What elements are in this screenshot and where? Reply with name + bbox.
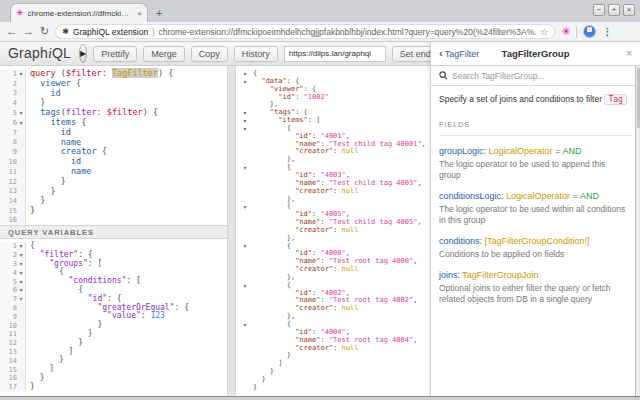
fold-arrow-icon[interactable]: ▾	[241, 71, 249, 77]
address-bar[interactable]: ✱ GraphiQL extension | chrome-extension:…	[55, 24, 555, 39]
execute-button[interactable]: ▶	[79, 44, 87, 63]
editor-gutter: 10	[0, 321, 26, 330]
editor-gutter	[236, 250, 249, 258]
graphiql-extension-icon[interactable]: ✳	[561, 25, 570, 38]
line-number: 16	[9, 374, 17, 382]
doc-search-input[interactable]	[452, 71, 632, 81]
editor-gutter: 6▾	[0, 118, 26, 128]
field-default-value: AND	[580, 191, 599, 201]
field-type-link[interactable]: TagFilterGroupJoin	[462, 270, 538, 280]
fold-arrow-icon[interactable]: ▾	[17, 110, 25, 116]
graphql-favicon-icon: ✳	[16, 9, 24, 18]
editor-gutter	[236, 313, 249, 321]
fold-arrow-icon[interactable]: ▾	[17, 261, 25, 267]
fold-arrow-icon[interactable]: ▾	[241, 322, 249, 328]
minimize-button[interactable]: −	[593, 4, 605, 16]
close-window-button[interactable]: ×	[623, 4, 635, 16]
fold-arrow-icon[interactable]: ▾	[17, 243, 25, 249]
field-name-link[interactable]: joins	[439, 270, 458, 280]
bookmark-star-icon[interactable]: ☆	[540, 27, 548, 37]
toolbar-divider	[576, 26, 577, 38]
fold-arrow-icon[interactable]: ▾	[241, 118, 249, 124]
variables-editor[interactable]: 1▾{2▾ "filter": {3▾ "groups": [4▾ {5▾ "c…	[0, 239, 227, 396]
doc-field-conditionsLogic: conditionsLogic: LogicalOperator = AND	[439, 191, 632, 201]
field-name-link[interactable]: conditionsLogic	[439, 191, 501, 201]
editor-gutter: 2▾	[0, 251, 26, 260]
fold-arrow-icon[interactable]: ▾	[241, 126, 249, 132]
back-icon[interactable]: ←	[6, 26, 17, 37]
docs-scrollbar-thumb[interactable]	[637, 68, 640, 128]
fold-arrow-icon[interactable]: ▾	[241, 165, 249, 171]
editor-gutter	[236, 141, 249, 149]
history-button[interactable]: History	[234, 46, 278, 62]
field-type-link[interactable]: [TagFilterGroupCondition!]	[485, 236, 590, 246]
search-icon	[439, 71, 448, 80]
editor-gutter: 11	[0, 330, 26, 339]
type-description: Specify a set of joins and conditions to…	[439, 93, 632, 106]
endpoint-input[interactable]	[284, 46, 386, 62]
editor-gutter: 8	[0, 138, 26, 148]
profile-avatar[interactable]	[583, 25, 596, 38]
editor-gutter	[236, 337, 249, 345]
pane-resize-handle[interactable]	[228, 66, 236, 396]
forward-icon[interactable]: →	[23, 26, 34, 37]
browser-menu-icon[interactable]: ⋮	[602, 26, 612, 37]
doc-explorer-header: ‹ TagFilter TagFilterGroup ×	[431, 42, 640, 66]
field-name-link[interactable]: groupLogic	[439, 146, 484, 156]
docs-scrollbar[interactable]	[635, 66, 640, 396]
line-number: 13	[9, 348, 17, 356]
doc-close-icon[interactable]: ×	[626, 48, 632, 59]
fold-arrow-icon[interactable]: ▾	[241, 204, 249, 210]
editor-gutter	[236, 258, 249, 266]
tab-close-icon[interactable]: ×	[137, 9, 142, 18]
fold-arrow-icon[interactable]: ▾	[17, 120, 25, 126]
fold-arrow-icon[interactable]: ▾	[17, 252, 25, 258]
field-type-link[interactable]: LogicalOperator	[506, 191, 570, 201]
merge-button[interactable]: Merge	[143, 46, 185, 62]
editor-gutter: 12	[0, 177, 26, 187]
editor-gutter: 14	[0, 196, 26, 206]
new-tab-button[interactable]: +	[156, 7, 162, 19]
editor-gutter	[236, 94, 249, 102]
fold-arrow-icon[interactable]: ▾	[241, 243, 249, 249]
fold-arrow-icon[interactable]: ▾	[241, 283, 249, 289]
code-text	[26, 216, 30, 225]
doc-field-joins: joins: TagFilterGroupJoin	[439, 270, 632, 280]
fold-arrow-icon[interactable]: ▾	[17, 71, 25, 77]
code-line: 15}	[0, 206, 227, 216]
editor-gutter: 7▾	[0, 295, 26, 304]
editor-gutter: 6▾	[0, 286, 26, 295]
doc-field-groupLogic: groupLogic: LogicalOperator = AND	[439, 146, 632, 156]
graphiql-app: GraphiQL ▶ PrettifyMergeCopyHistory Set …	[0, 42, 640, 396]
editor-gutter: ▾	[236, 70, 249, 78]
doc-back-link[interactable]: ‹ TagFilter	[439, 49, 479, 59]
prettify-button[interactable]: Prettify	[93, 46, 137, 62]
editor-gutter	[236, 235, 249, 243]
fold-arrow-icon[interactable]: ▾	[241, 79, 249, 85]
field-equals: =	[570, 191, 580, 201]
result-viewer: ▾{▾ "data": { "viewer": { "id": "1002" }…	[236, 66, 430, 396]
editor-gutter	[236, 368, 249, 376]
fold-arrow-icon[interactable]: ▾	[17, 270, 25, 276]
editor-gutter: 12	[0, 339, 26, 348]
fold-arrow-icon[interactable]: ▾	[17, 287, 25, 293]
reload-icon[interactable]: ↻	[40, 26, 49, 37]
line-number: 8	[13, 304, 17, 312]
field-type-link[interactable]: LogicalOperator	[489, 146, 553, 156]
omnibox-separator: |	[152, 27, 154, 37]
browser-tab[interactable]: ✳ chrome-extension://dfmckipoe ×	[10, 3, 148, 22]
line-number: 17	[9, 383, 17, 391]
maximize-button[interactable]: +	[608, 4, 620, 16]
fold-arrow-icon[interactable]: ▾	[241, 110, 249, 116]
editor-gutter: 5▾	[0, 108, 26, 118]
fold-arrow-icon[interactable]: ▾	[17, 296, 25, 302]
copy-button[interactable]: Copy	[191, 46, 228, 62]
field-name-link[interactable]: conditions	[439, 236, 480, 246]
query-variables-header[interactable]: QUERY VARIABLES	[0, 225, 227, 239]
editor-gutter: ▾	[236, 282, 249, 290]
line-number: 12	[9, 339, 17, 347]
query-editor[interactable]: 1▾query ($filter: TagFilter) {2 viewer {…	[0, 66, 227, 225]
line-number: 10	[9, 158, 17, 166]
tag-type-pill: Tag	[604, 94, 626, 105]
fold-arrow-icon[interactable]: ▾	[17, 279, 25, 285]
